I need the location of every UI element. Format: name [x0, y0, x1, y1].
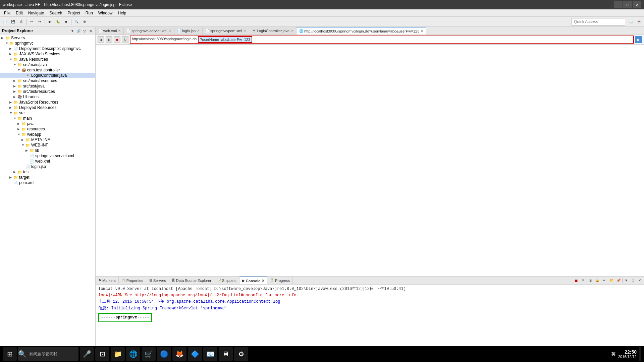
tree-item-java-resources[interactable]: ▼ 📁 Java Resources	[0, 57, 95, 62]
tree-item-src-main-resources[interactable]: ▶ 📁 src/main/resources	[0, 78, 95, 83]
tree-item-resources[interactable]: ▶ 📁 resources	[0, 126, 95, 132]
menu-window[interactable]: Window	[96, 10, 115, 16]
tree-item-deployment-descriptor[interactable]: ▶ 📄 Deployment Descriptor: springmvc	[0, 46, 95, 51]
taskbar-settings-btn[interactable]: ⚙	[234, 347, 248, 361]
tree-item-src-test-java[interactable]: ▶ 📁 src/test/java	[0, 83, 95, 89]
taskbar-start-btn[interactable]: ⊞	[3, 347, 17, 361]
tree-item-test[interactable]: ▶ 📁 test	[0, 169, 95, 175]
tb-save[interactable]: 💾	[9, 18, 17, 25]
addr-forward-button[interactable]: ▶	[106, 36, 112, 43]
tree-item-libraries[interactable]: ▶ 📚 Libraries	[0, 94, 95, 100]
menu-search[interactable]: Search	[47, 10, 65, 16]
tab-login-jsp[interactable]: 📄 login.jsp ✕	[174, 27, 203, 35]
addr-go-button[interactable]: ▶	[635, 36, 642, 43]
menu-run[interactable]: Run	[83, 10, 96, 16]
tree-item-jax-ws[interactable]: ▶ 📁 JAX-WS Web Services	[0, 51, 95, 57]
taskbar-app2-btn[interactable]: 🖥	[219, 347, 233, 361]
menu-navigate[interactable]: Navigate	[25, 10, 47, 16]
tree-item-springmvc[interactable]: ▼ 📁 springmvc	[0, 41, 95, 46]
taskbar-chrome-btn[interactable]: 🔵	[157, 347, 171, 361]
addr-stop-button[interactable]: ■	[114, 36, 120, 43]
maximize-button[interactable]: □	[623, 1, 632, 8]
sidebar-menu-btn[interactable]: ▽	[82, 28, 87, 34]
tab-close-browser[interactable]: ✕	[421, 29, 423, 33]
tb-debug[interactable]: 🐛	[54, 18, 62, 25]
tab-close-web-xml[interactable]: ✕	[118, 29, 121, 33]
address-input[interactable]: http://localhost:8080/springmvc/login.do…	[130, 36, 634, 44]
tb-undo[interactable]: ↩	[28, 18, 35, 25]
console-tab-markers[interactable]: ⚑ Markers	[96, 277, 119, 284]
sidebar-collapse-btn[interactable]: ▼	[70, 28, 75, 34]
menu-help[interactable]: Help	[115, 10, 129, 16]
tb-stop[interactable]: ■	[62, 18, 70, 25]
tab-close-springmvc-servlet[interactable]: ✕	[169, 29, 171, 33]
tree-item-web-inf[interactable]: ▼ 📁 WEB-INF	[0, 142, 95, 148]
taskbar-app1-btn[interactable]: 📧	[203, 347, 217, 361]
console-tab-snippets[interactable]: 📝 Snippets	[214, 277, 239, 284]
console-tab-datasource[interactable]: 🗄 Data Source Explorer	[169, 277, 214, 284]
tree-item-target[interactable]: ▶ 📁 target	[0, 175, 95, 180]
tree-item-servers[interactable]: ▶ 📁 Servers	[0, 35, 95, 41]
tree-item-controller-package[interactable]: ▼ 📦 com.test.controller	[0, 67, 95, 73]
close-button[interactable]: ✕	[633, 1, 641, 8]
tab-close-pom-xml[interactable]: ✕	[244, 29, 246, 33]
tree-item-meta-inf[interactable]: ▶ 📁 META-INF	[0, 137, 95, 142]
tab-pom-xml[interactable]: 📄 springmvc/pom.xml ✕	[203, 27, 249, 35]
console-tab-progress[interactable]: ⏳ Progress	[267, 277, 293, 284]
tree-item-deployed-resources[interactable]: ▶ 📁 Deployed Resources	[0, 105, 95, 110]
console-close-btn[interactable]: ✕	[637, 278, 643, 284]
tb-java-ee[interactable]: ☕	[635, 18, 643, 25]
taskbar-ie2-btn[interactable]: 🔷	[188, 347, 202, 361]
addr-back-button[interactable]: ◀	[98, 36, 104, 43]
taskbar-cortana-btn[interactable]: 🎤	[80, 347, 94, 361]
menu-edit[interactable]: Edit	[13, 10, 25, 16]
taskbar-search-btn[interactable]: 🔍 有问题尽管问我	[18, 347, 78, 361]
tree-item-src-main-java[interactable]: ▼ 📁 src/main/java	[0, 62, 95, 67]
console-pin-btn[interactable]: 📌	[615, 278, 622, 284]
tree-item-pom-xml[interactable]: 📄 pom.xml	[0, 180, 95, 185]
menu-project[interactable]: Project	[65, 10, 83, 16]
tb-search[interactable]: 🔍	[73, 18, 80, 25]
tb-new[interactable]: 📄	[1, 18, 9, 25]
console-remove-btn[interactable]: ✕	[580, 278, 586, 284]
tree-item-web-xml[interactable]: 📄 web.xml	[0, 159, 95, 164]
tb-redo[interactable]: ↪	[36, 18, 43, 25]
tb-open-perspective[interactable]: ⊕	[81, 18, 88, 25]
tree-item-lib[interactable]: ▶ 📁 lib	[0, 148, 95, 153]
console-tab-console-close[interactable]: ✕	[262, 279, 264, 283]
tree-item-login-jsp[interactable]: 📄 login.jsp	[0, 164, 95, 169]
console-minimize-btn[interactable]: ▼	[623, 278, 629, 284]
taskbar-ie-btn[interactable]: 📁	[111, 347, 125, 361]
console-tab-properties[interactable]: 📋 Properties	[119, 277, 146, 284]
tb-print[interactable]: 🖨	[17, 18, 25, 25]
addr-refresh-button[interactable]: ↻	[122, 36, 128, 43]
console-scroll-lock-btn[interactable]: 🔒	[594, 278, 600, 284]
taskbar-clock[interactable]: 22:50 2016/12/12	[618, 349, 637, 359]
sidebar-link-btn[interactable]: 🔗	[76, 28, 81, 34]
taskbar-task-view-btn[interactable]: ⊡	[95, 347, 109, 361]
menu-file[interactable]: File	[1, 10, 13, 16]
taskbar-firefox-btn[interactable]: 🦊	[172, 347, 186, 361]
taskbar-store-btn[interactable]: 🛒	[142, 347, 156, 361]
tree-item-src-test-resources[interactable]: ▶ 📁 src/test/resources	[0, 89, 95, 94]
tb-run[interactable]: ▶	[46, 18, 54, 25]
tab-close-login-controller[interactable]: ✕	[291, 29, 293, 33]
console-open-file-btn[interactable]: 📂	[609, 278, 615, 284]
tb-perspectives[interactable]: 📊	[627, 18, 635, 25]
tree-item-src[interactable]: ▼ 📁 src	[0, 110, 95, 116]
tree-item-java[interactable]: ▶ 📁 java	[0, 121, 95, 126]
tab-springmvc-servlet-xml[interactable]: 📄 springmvc-servlet.xml ✕	[124, 27, 174, 35]
taskbar-edge-btn[interactable]: 🌐	[126, 347, 140, 361]
quick-access-box[interactable]: Quick Access	[572, 18, 625, 25]
tab-close-login-jsp[interactable]: ✕	[197, 29, 200, 33]
console-word-wrap-btn[interactable]: ↵	[601, 278, 607, 284]
tab-login-controller[interactable]: ☕ LoginController.java ✕	[249, 27, 297, 35]
console-tab-console[interactable]: ▶ Console ✕	[239, 277, 267, 284]
tab-browser[interactable]: 🌐 http://localhost:8080/springmvc/login.…	[297, 27, 426, 35]
tab-web-xml[interactable]: 📄 web.xml ✕	[96, 27, 124, 35]
sidebar-close-btn[interactable]: ✕	[88, 28, 93, 34]
tree-item-springmvc-servlet-xml[interactable]: 📄 springmvc-servlet.xml	[0, 153, 95, 159]
tree-item-webapp[interactable]: ▼ 📁 webapp	[0, 132, 95, 137]
minimize-button[interactable]: ─	[614, 1, 623, 8]
console-maximize-btn[interactable]: □	[630, 278, 636, 284]
